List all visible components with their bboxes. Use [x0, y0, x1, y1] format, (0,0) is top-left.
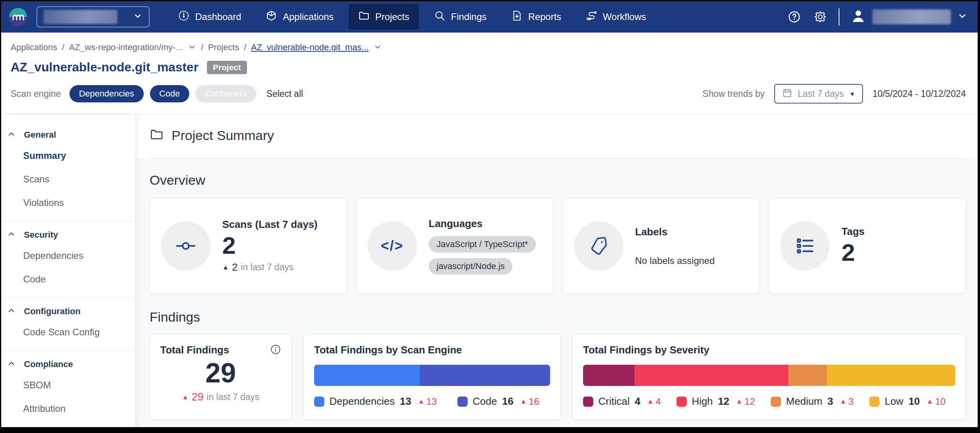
trend-up-icon: ▲ [520, 398, 527, 405]
topnav-right-controls [787, 8, 967, 25]
breadcrumb-project-name[interactable]: AZ_vulnerable-node.git_mas... [251, 42, 369, 53]
trend-up-icon: ▲ [222, 264, 229, 271]
chevron-down-icon[interactable] [373, 41, 382, 54]
nav-item-reports[interactable]: Reports [501, 4, 570, 30]
findings-heading: Findings [150, 309, 966, 325]
chevron-up-icon [7, 130, 15, 140]
bar-segment-high [634, 365, 788, 386]
page-header: Applications / AZ_ws-repo-integration/my… [1, 33, 978, 114]
sidebar-item-code[interactable]: Code [1, 267, 135, 291]
trend-delta: 2 [232, 261, 238, 273]
user-name-redacted [872, 9, 951, 24]
scan-engine-row: Scan engine Dependencies Code Containers… [11, 84, 966, 104]
sidebar-section-header-general[interactable]: General [1, 126, 135, 144]
legend-value: 13 [400, 395, 411, 408]
sidebar-section-header-security[interactable]: Security [1, 226, 135, 244]
legend-label: Code [473, 395, 497, 408]
sidebar-item-dependencies[interactable]: Dependencies [1, 244, 135, 267]
sidebar-item-attribution[interactable]: Attribution [1, 397, 135, 420]
nav-label: Findings [451, 11, 487, 22]
bar-segment-low [827, 365, 955, 386]
date-range-text: 10/5/2024 - 10/12/2024 [872, 89, 966, 99]
sidebar-item-summary[interactable]: Summary [1, 144, 135, 167]
sidebar-section-security: Security Dependencies Code [1, 221, 135, 297]
search-icon [434, 10, 446, 24]
legend-value: 12 [718, 395, 730, 408]
trend-up-icon: ▲ [736, 398, 743, 405]
legend-label: Critical [598, 395, 629, 408]
report-document-icon [511, 10, 523, 24]
folder-icon [150, 127, 164, 143]
chevron-down-icon[interactable] [188, 41, 196, 54]
breadcrumb: Applications / AZ_ws-repo-integration/my… [11, 41, 966, 54]
sidebar-section-general: General Summary Scans Violations [1, 121, 135, 221]
date-range-dropdown[interactable]: Last 7 days ▼ [774, 84, 863, 104]
mend-logo-icon[interactable] [8, 7, 28, 27]
legend-swatch [869, 397, 879, 407]
folder-icon [358, 10, 370, 24]
info-icon[interactable] [270, 344, 281, 357]
engine-pill-code[interactable]: Code [150, 85, 190, 102]
tags-value: 2 [841, 238, 865, 266]
findings-cards: Total Findings 29 ▲ 29 in last 7 days [150, 334, 966, 420]
legend-value: 16 [502, 395, 514, 408]
legend-value: 4 [634, 395, 640, 408]
total-findings-card: Total Findings 29 ▲ 29 in last 7 days [150, 334, 292, 420]
nav-label: Workflows [603, 11, 646, 22]
app-window: Dashboard Applications Projects [1, 1, 978, 427]
project-summary-title: Project Summary [172, 128, 274, 143]
overview-heading: Overview [150, 173, 966, 188]
engine-pill-dependencies[interactable]: Dependencies [69, 85, 144, 102]
sidebar: General Summary Scans Violations Securit… [1, 114, 135, 427]
page-title: AZ_vulnerable-node.git_master [11, 60, 198, 75]
breadcrumb-projects[interactable]: Projects [208, 42, 239, 53]
delta-value: 3 [848, 396, 854, 407]
sidebar-item-code-scan-config[interactable]: Code Scan Config [1, 320, 135, 344]
bar-segment-medium [788, 365, 827, 386]
scan-engine-filters: Scan engine Dependencies Code Containers… [11, 85, 303, 102]
chevron-down-icon [957, 11, 967, 23]
legend-swatch [583, 397, 593, 407]
nav-label: Projects [375, 11, 410, 22]
organization-name-redacted [44, 10, 117, 24]
breadcrumb-applications[interactable]: Applications [11, 42, 57, 53]
sidebar-item-scans[interactable]: Scans [1, 167, 135, 191]
nav-label: Reports [528, 11, 561, 22]
code-glyph: </> [381, 238, 404, 254]
sidebar-item-violations[interactable]: Violations [1, 191, 135, 215]
trend-up-icon: ▲ [927, 398, 933, 405]
topnav-divider [839, 8, 839, 25]
legend-item-medium: Medium 3 ▲ 3 [771, 395, 854, 408]
legend-delta: ▲ 12 [736, 396, 755, 407]
nav-item-workflows[interactable]: Workflows [576, 4, 655, 30]
breadcrumb-application-name[interactable]: AZ_ws-repo-integration/my-... [69, 42, 183, 53]
sidebar-item-sbom[interactable]: SBOM [1, 373, 135, 397]
trend-suffix: in last 7 days [207, 392, 259, 402]
languages-card: </> Languages JavaScript / TypeScript* j… [356, 198, 553, 294]
sidebar-section-header-configuration[interactable]: Configuration [1, 302, 135, 320]
engine-legend: Dependencies 13 ▲ 13 Code 16 [314, 395, 550, 408]
legend-label: Low [885, 395, 903, 408]
by-severity-title: Total Findings by Severity [583, 344, 709, 356]
scans-trend: ▲ 2 in last 7 days [222, 261, 318, 273]
list-icon [780, 221, 830, 271]
delta-value: 13 [426, 396, 437, 407]
delta-value: 16 [529, 396, 539, 407]
chevron-up-icon [7, 307, 15, 316]
dropdown-caret-icon: ▼ [849, 91, 855, 97]
nav-item-dashboard[interactable]: Dashboard [168, 4, 250, 30]
by-engine-title: Total Findings by Scan Engine [314, 344, 462, 356]
findings-by-engine-card: Total Findings by Scan Engine Dependenci… [304, 334, 561, 420]
legend-delta: ▲ 16 [520, 396, 539, 407]
settings-gear-button[interactable] [813, 9, 828, 24]
nav-item-applications[interactable]: Applications [256, 4, 343, 30]
legend-item-low: Low 10 ▲ 10 [869, 395, 945, 408]
engine-pill-containers: Containers [196, 85, 256, 102]
organization-selector[interactable] [37, 6, 150, 27]
sidebar-section-header-compliance[interactable]: Compliance [1, 355, 135, 373]
help-button[interactable] [787, 9, 802, 24]
nav-item-findings[interactable]: Findings [424, 4, 496, 30]
select-all-button[interactable]: Select all [267, 89, 303, 99]
nav-item-projects[interactable]: Projects [349, 4, 419, 30]
user-menu[interactable] [850, 8, 967, 25]
